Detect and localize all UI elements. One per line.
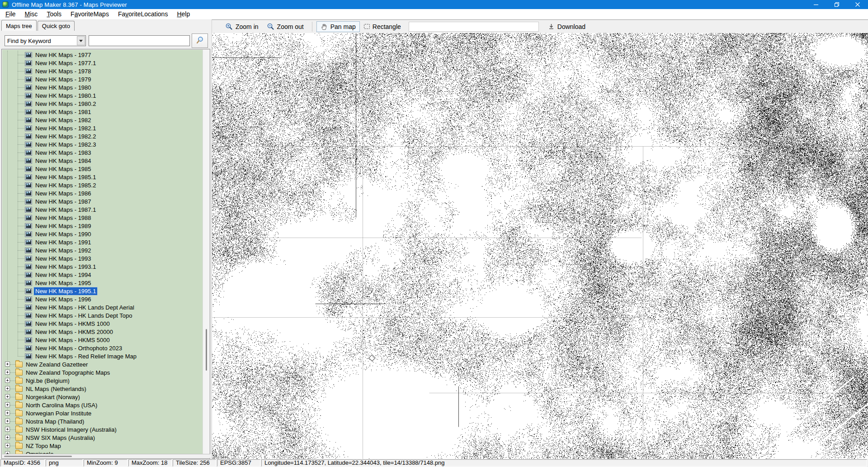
tree-item-map[interactable]: New HK Maps - 1984 xyxy=(2,157,203,165)
tree-item-map[interactable]: New HK Maps - 1985.2 xyxy=(2,181,203,189)
zoom-out-button[interactable]: Zoom out xyxy=(263,21,308,32)
tree-item-map[interactable]: New HK Maps - 1993.1 xyxy=(2,262,203,271)
tree-item-label[interactable]: Nostra Map (Thailand) xyxy=(24,418,85,425)
tree-item-label[interactable]: New HK Maps - 1983 xyxy=(34,149,93,157)
tree-item-label[interactable]: New HK Maps - 1978 xyxy=(34,67,93,75)
expand-plus-icon[interactable] xyxy=(5,402,10,407)
tree-horizontal-scrollbar[interactable] xyxy=(2,454,210,458)
zoom-in-button[interactable]: Zoom in xyxy=(221,21,263,32)
tree-item-map[interactable]: New HK Maps - 1982.3 xyxy=(2,140,203,148)
tree-item-map[interactable]: New HK Maps - 1996 xyxy=(2,295,203,303)
tree-item-map[interactable]: New HK Maps - 1977 xyxy=(2,51,203,59)
menu-tools[interactable]: Tools xyxy=(42,9,66,19)
tree-item-map[interactable]: New HK Maps - 1982 xyxy=(2,116,203,124)
tree-item-map[interactable]: New HK Maps - 1978 xyxy=(2,67,203,75)
tree-vertical-scrollbar-thumb[interactable] xyxy=(206,329,207,371)
tree-item-map[interactable]: New HK Maps - 1980.2 xyxy=(2,100,203,108)
tree-item-label[interactable]: New Zealand Topographic Maps xyxy=(24,369,111,376)
tree-vertical-scrollbar[interactable] xyxy=(203,50,209,454)
tree-item-label[interactable]: New HK Maps - 1977 xyxy=(34,51,93,59)
tree-item-label[interactable]: New HK Maps - 1990 xyxy=(34,230,93,238)
tree-item-folder[interactable]: New Zealand Gazetteer xyxy=(2,360,203,368)
keyword-input[interactable] xyxy=(89,35,190,46)
rectangle-button[interactable]: Rectangle xyxy=(360,21,405,32)
tree-item-label[interactable]: New HK Maps - 1992 xyxy=(34,247,93,254)
tree-item-folder[interactable]: Ngi.be (Belgium) xyxy=(2,376,203,385)
tree-item-label[interactable]: New HK Maps - 1995 xyxy=(34,279,93,287)
tree-item-map[interactable]: New HK Maps - 1991 xyxy=(2,238,203,246)
tree-item-label[interactable]: New HK Maps - Red Relief Image Map xyxy=(34,353,138,360)
tree-item-map[interactable]: New HK Maps - 1994 xyxy=(2,271,203,279)
tree-item-label[interactable]: New HK Maps - HKMS 1000 xyxy=(34,320,111,328)
tree-item-folder[interactable]: Norgeskart (Norway) xyxy=(2,393,203,401)
tree-item-label[interactable]: New HK Maps - 1987 xyxy=(34,198,93,205)
tree-item-map[interactable]: New HK Maps - 1979 xyxy=(2,75,203,83)
tree-item-folder[interactable]: New Zealand Topographic Maps xyxy=(2,368,203,376)
tree-item-label[interactable]: New HK Maps - 1984 xyxy=(34,157,93,165)
tree-item-label[interactable]: New HK Maps - 1996 xyxy=(34,295,93,303)
dropdown-arrow-icon[interactable] xyxy=(77,36,85,45)
menu-misc[interactable]: Misc xyxy=(20,9,42,19)
tree-item-label[interactable]: New HK Maps - HK Lands Dept Aerial xyxy=(34,304,136,311)
toolbar-text-input[interactable] xyxy=(409,22,539,32)
tree-item-map[interactable]: New HK Maps - Red Relief Image Map xyxy=(2,352,203,360)
tree-item-label[interactable]: New HK Maps - 1994 xyxy=(34,271,93,279)
tree-item-folder[interactable]: NSW Historical Imagery (Australia) xyxy=(2,425,203,434)
tree-item-folder[interactable]: NZ Topo Map xyxy=(2,442,203,450)
tree-item-folder[interactable]: North Carolina Maps (USA) xyxy=(2,401,203,409)
tree-item-map[interactable]: New HK Maps - 1992 xyxy=(2,246,203,254)
tree-item-map[interactable]: New HK Maps - 1995 xyxy=(2,279,203,287)
tree-item-map[interactable]: New HK Maps - 1989 xyxy=(2,222,203,230)
expand-plus-icon[interactable] xyxy=(5,419,10,424)
tab-quick-goto[interactable]: Quick goto xyxy=(38,21,75,31)
tree-item-folder[interactable]: Nostra Map (Thailand) xyxy=(2,417,203,425)
tree-item-map[interactable]: New HK Maps - HKMS 1000 xyxy=(2,319,203,328)
menu-file[interactable]: File xyxy=(1,9,20,19)
restore-button[interactable] xyxy=(826,0,847,9)
expand-plus-icon[interactable] xyxy=(5,443,10,448)
tree-item-label[interactable]: New HK Maps - 1987.1 xyxy=(34,206,97,214)
menu-favoritemaps[interactable]: FavoriteMaps xyxy=(66,9,113,19)
tree-item-folder[interactable]: Norwegian Polar Institute xyxy=(2,409,203,417)
tree-item-label[interactable]: New HK Maps - Orthophoto 2023 xyxy=(34,344,123,352)
tree-item-label[interactable]: New HK Maps - 1989 xyxy=(34,222,93,230)
tree-horizontal-scrollbar-thumb[interactable] xyxy=(4,456,72,457)
tree-item-label[interactable]: NSW Historical Imagery (Australia) xyxy=(24,426,118,434)
tree-item-label[interactable]: New HK Maps - 1980.1 xyxy=(34,92,97,100)
expand-plus-icon[interactable] xyxy=(5,435,10,440)
tree-item-label[interactable]: New HK Maps - HK Lands Dept Topo xyxy=(34,312,133,319)
tree-item-map[interactable]: New HK Maps - 1980 xyxy=(2,83,203,91)
tree-item-label[interactable]: New HK Maps - 1982.2 xyxy=(34,133,97,140)
tree-item-label[interactable]: NZ Topo Map xyxy=(24,442,62,450)
tree-item-map[interactable]: New HK Maps - 1985.1 xyxy=(2,173,203,181)
minimize-button[interactable] xyxy=(806,0,826,9)
tree-item-label[interactable]: Ngi.be (Belgium) xyxy=(24,377,71,385)
tree-item-map[interactable]: New HK Maps - HK Lands Dept Topo xyxy=(2,311,203,319)
tree-item-label[interactable]: New HK Maps - 1982 xyxy=(34,116,93,124)
expand-plus-icon[interactable] xyxy=(5,410,10,415)
map-preview-canvas[interactable] xyxy=(212,33,868,459)
tab-maps-tree[interactable]: Maps tree xyxy=(1,20,37,31)
tree-item-map[interactable]: New HK Maps - 1988 xyxy=(2,214,203,222)
tree-item-label[interactable]: Norgeskart (Norway) xyxy=(24,393,81,401)
tree-item-label[interactable]: New HK Maps - 1980 xyxy=(34,84,93,91)
tree-item-label[interactable]: New HK Maps - 1981 xyxy=(34,108,93,116)
tree-item-label[interactable]: New HK Maps - 1980.2 xyxy=(34,100,97,108)
tree-item-map[interactable]: New HK Maps - 1987.1 xyxy=(2,205,203,214)
expand-plus-icon[interactable] xyxy=(5,362,10,367)
tree-item-label[interactable]: New HK Maps - 1977.1 xyxy=(34,59,97,67)
expand-plus-icon[interactable] xyxy=(5,394,10,399)
tree-item-map[interactable]: New HK Maps - HKMS 20000 xyxy=(2,328,203,336)
tree-item-label[interactable]: New HK Maps - 1986 xyxy=(34,190,93,197)
tree-item-map[interactable]: New HK Maps - 1982.1 xyxy=(2,124,203,132)
expand-plus-icon[interactable] xyxy=(5,427,10,432)
download-button[interactable]: Download xyxy=(544,22,589,32)
tree-item-map[interactable]: New HK Maps - HKMS 5000 xyxy=(2,336,203,344)
tree-item-map[interactable]: New HK Maps - 1986 xyxy=(2,189,203,197)
tree-item-map[interactable]: New HK Maps - 1983 xyxy=(2,148,203,157)
tree-item-label[interactable]: New HK Maps - 1985.2 xyxy=(34,181,97,189)
tree-item-folder[interactable]: NL Maps (Netherlands) xyxy=(2,385,203,393)
pan-map-button[interactable]: Pan map xyxy=(316,21,360,32)
expand-plus-icon[interactable] xyxy=(5,386,10,391)
expand-plus-icon[interactable] xyxy=(5,378,10,383)
